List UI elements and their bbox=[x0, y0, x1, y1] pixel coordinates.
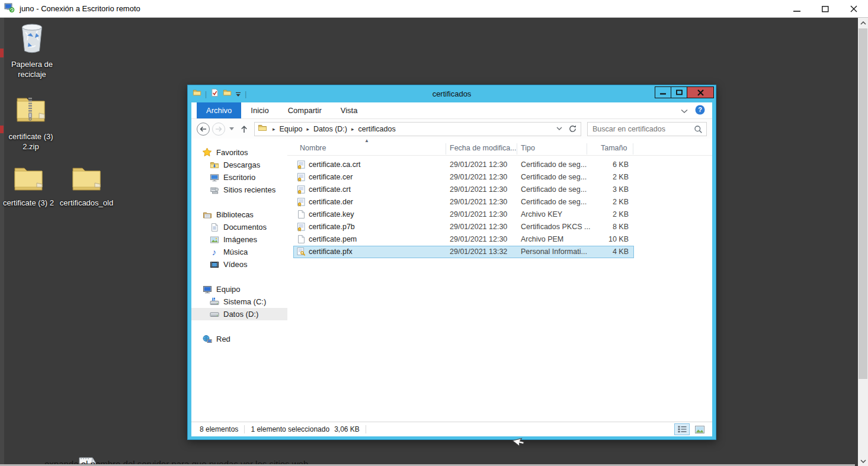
column-header-nombre[interactable]: Nombre bbox=[300, 144, 326, 152]
close-icon[interactable] bbox=[687, 86, 714, 98]
recent-locations-chevron-icon[interactable] bbox=[229, 127, 234, 130]
collapse-ribbon-chevron-icon[interactable] bbox=[681, 105, 688, 116]
column-divider[interactable] bbox=[446, 143, 446, 155]
column-header-tamano[interactable]: Tamaño bbox=[601, 144, 627, 152]
file-row-certificate-pfx[interactable]: certificate.pfx 29/01/2021 13:32 Persona… bbox=[293, 246, 634, 258]
vertical-scrollbar[interactable] bbox=[858, 18, 868, 466]
status-bar: 8 elementos 1 elemento seleccionado 3,06… bbox=[191, 422, 712, 436]
sidebar-item-equipo[interactable]: Equipo bbox=[191, 283, 287, 295]
breadcrumb-equipo[interactable]: Equipo bbox=[280, 125, 303, 133]
minimize-icon[interactable] bbox=[783, 0, 811, 18]
file-date: 29/01/2021 12:30 bbox=[450, 173, 507, 181]
details-view-icon[interactable] bbox=[674, 423, 690, 435]
up-icon[interactable] bbox=[239, 124, 249, 134]
sidebar-item-videos[interactable]: Vídeos bbox=[191, 258, 287, 271]
sidebar-item-red[interactable]: Red bbox=[191, 333, 287, 345]
file-row-certificate-cer[interactable]: certificate.cer 29/01/2021 12:30 Certifi… bbox=[293, 171, 634, 184]
back-icon[interactable] bbox=[196, 122, 210, 136]
sidebar-item-label: Documentos bbox=[223, 223, 267, 232]
file-row-certificate-key[interactable]: certificate.key 29/01/2021 12:30 Archivo… bbox=[293, 208, 634, 221]
maximize-icon[interactable] bbox=[671, 86, 687, 98]
column-header-tipo[interactable]: Tipo bbox=[521, 144, 535, 152]
search-icon[interactable] bbox=[694, 125, 703, 136]
file-row-certificate-crt[interactable]: certificate.crt 29/01/2021 12:30 Certifi… bbox=[293, 184, 634, 196]
breadcrumb-datos-d[interactable]: Datos (D:) bbox=[313, 125, 347, 133]
sidebar-item-sitios-recientes[interactable]: Sitios recientes bbox=[191, 184, 287, 196]
file-rows: certificate.ca.crt 29/01/2021 12:30 Cert… bbox=[287, 159, 712, 258]
items-count: 8 elementos bbox=[200, 425, 238, 433]
file-date: 29/01/2021 12:30 bbox=[450, 185, 507, 194]
previous-locations-chevron-icon[interactable] bbox=[553, 123, 565, 136]
column-divider[interactable] bbox=[587, 143, 587, 155]
sidebar-item-imagenes[interactable]: Imágenes bbox=[191, 233, 287, 246]
certificate-file-icon bbox=[296, 222, 306, 233]
tab-archivo[interactable]: Archivo bbox=[197, 102, 241, 118]
sidebar-item-label: Datos (D:) bbox=[223, 310, 258, 319]
refresh-icon[interactable] bbox=[566, 123, 578, 136]
properties-icon[interactable] bbox=[210, 88, 219, 99]
sidebar-item-bibliotecas[interactable]: Bibliotecas bbox=[191, 208, 287, 221]
pictures-icon bbox=[209, 234, 219, 245]
selection-size: 3,06 KB bbox=[334, 425, 360, 433]
file-date: 29/01/2021 12:30 bbox=[450, 235, 507, 243]
breadcrumb-separator[interactable]: ▸ bbox=[302, 126, 313, 132]
scroll-down-icon[interactable] bbox=[858, 456, 868, 466]
file-row-certificate-der[interactable]: certificate.der 29/01/2021 12:30 Certifi… bbox=[293, 196, 634, 208]
scroll-up-icon[interactable] bbox=[858, 18, 868, 28]
file-name: certificate.key bbox=[309, 210, 354, 218]
desktop-icon-folder-certificate[interactable]: certificate (3) 2 bbox=[0, 165, 57, 208]
sidebar-item-sistema-c[interactable]: Sistema (C:) bbox=[191, 295, 287, 308]
breadcrumb-separator[interactable]: ▸ bbox=[268, 126, 280, 132]
search-input[interactable] bbox=[588, 125, 706, 133]
file-name: certificate.der bbox=[309, 198, 353, 206]
folder-icon bbox=[12, 165, 44, 195]
column-divider[interactable] bbox=[517, 143, 517, 155]
explorer-titlebar[interactable]: | bbox=[188, 85, 716, 102]
breadcrumb-certificados[interactable]: certificados bbox=[358, 125, 395, 133]
desktop-icon-folder-certificados-old[interactable]: certificados_old bbox=[58, 165, 115, 208]
explorer-system-icon[interactable] bbox=[193, 88, 201, 99]
sidebar-item-favoritos[interactable]: Favoritos bbox=[191, 146, 287, 159]
file-size: 3 KB bbox=[584, 185, 629, 194]
sidebar-item-musica[interactable]: ♪ Música bbox=[191, 246, 287, 258]
explorer-window-controls bbox=[655, 86, 714, 98]
help-icon[interactable]: ? bbox=[695, 105, 705, 117]
sidebar-item-escritorio[interactable]: Escritorio bbox=[191, 171, 287, 184]
ribbon-tab-row: Archivo Inicio Compartir Vista ? bbox=[191, 102, 712, 119]
forward-icon[interactable] bbox=[212, 122, 226, 136]
file-name: certificate.crt bbox=[309, 185, 351, 194]
sidebar-item-descargas[interactable]: Descargas bbox=[191, 159, 287, 171]
scrollbar-thumb[interactable] bbox=[859, 28, 867, 379]
qat-customize-icon[interactable] bbox=[235, 89, 241, 99]
sidebar-item-documentos[interactable]: Documentos bbox=[191, 221, 287, 233]
sidebar-item-datos-d[interactable]: Datos (D:) bbox=[191, 308, 287, 320]
minimize-icon[interactable] bbox=[655, 86, 671, 98]
tab-inicio[interactable]: Inicio bbox=[241, 102, 278, 118]
file-row-certificate-p7b[interactable]: certificate.p7b 29/01/2021 12:30 Certifi… bbox=[293, 221, 634, 233]
tab-vista[interactable]: Vista bbox=[331, 102, 367, 118]
address-bar-tools bbox=[553, 123, 581, 136]
breadcrumb-separator[interactable]: ▸ bbox=[347, 126, 358, 132]
toolbar-separator: | bbox=[205, 90, 207, 98]
file-row-certificate-ca-crt[interactable]: certificate.ca.crt 29/01/2021 12:30 Cert… bbox=[293, 159, 634, 171]
column-header-fecha[interactable]: Fecha de modifica... bbox=[450, 144, 517, 152]
file-row-certificate-pem[interactable]: certificate.pem 29/01/2021 12:30 Archivo… bbox=[293, 233, 634, 246]
address-bar[interactable]: ▸ Equipo ▸ Datos (D:) ▸ certificados bbox=[254, 122, 581, 136]
new-folder-icon[interactable] bbox=[223, 88, 232, 99]
column-divider[interactable] bbox=[633, 143, 633, 155]
desktop-icon-zip[interactable]: certificate (3) 2.zip bbox=[2, 94, 59, 152]
desktop-icon-label: certificate (3) 2 bbox=[0, 198, 57, 208]
file-date: 29/01/2021 12:30 bbox=[450, 210, 507, 218]
remote-desktop: Papelera de reciclaje certificate (3) 2.… bbox=[0, 18, 868, 466]
tab-compartir[interactable]: Compartir bbox=[278, 102, 331, 118]
desktop-icon-recycle-bin[interactable]: Papelera de reciclaje bbox=[4, 21, 60, 80]
file-type: Certificado de seg... bbox=[521, 173, 587, 181]
system-drive-icon bbox=[209, 297, 219, 307]
sidebar-item-label: Sistema (C:) bbox=[223, 297, 266, 306]
thumbnails-view-icon[interactable] bbox=[692, 423, 707, 435]
maximize-icon[interactable] bbox=[811, 0, 840, 18]
close-icon[interactable] bbox=[840, 0, 868, 18]
file-size: 6 KB bbox=[584, 160, 629, 169]
status-divider bbox=[244, 425, 245, 433]
videos-icon bbox=[209, 259, 219, 269]
